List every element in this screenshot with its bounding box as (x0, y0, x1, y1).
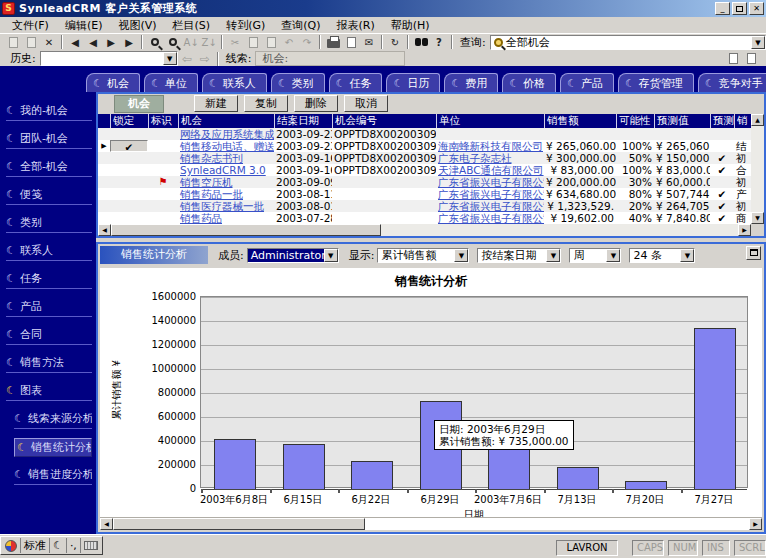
undo-button[interactable]: ↶ (280, 34, 298, 50)
scrollbar-thumb[interactable] (113, 518, 365, 530)
menu-item[interactable]: 帮助(H) (383, 17, 438, 34)
unit-link[interactable]: 广东省振兴电子有限公司 (436, 176, 544, 188)
scroll-up-arrow[interactable]: ▲ (751, 114, 764, 126)
copy-record-button[interactable]: 复制 (244, 95, 288, 112)
column-header[interactable]: 预测 (710, 114, 734, 128)
nav-next-button[interactable]: ▶ (102, 34, 120, 50)
table-row[interactable]: 销售药品2003-07-28广东省振兴电子有限公司¥ 19,602.0040%¥… (98, 212, 751, 224)
tab-10[interactable]: ☾竞争对手 (698, 73, 766, 92)
cut-button[interactable]: ✂ (226, 34, 244, 50)
group-dropdown-arrow[interactable]: ▼ (546, 249, 560, 262)
paste-button[interactable] (262, 34, 280, 50)
column-header[interactable]: 机会编号 (332, 114, 436, 128)
column-header[interactable]: 可能性 (616, 114, 654, 128)
unit-link[interactable] (436, 128, 544, 140)
print-button[interactable] (324, 34, 342, 50)
new-button[interactable] (4, 34, 22, 50)
history-combobox[interactable]: ▼ (40, 51, 178, 66)
opportunity-link[interactable]: 销售医疗器械一批 (178, 200, 274, 212)
minimize-button[interactable]: _ (715, 2, 730, 15)
chart-bar[interactable] (351, 461, 393, 489)
back-button[interactable]: ⇦ (178, 51, 196, 67)
unit-link[interactable]: 海南蜂新科技有限公司 (436, 140, 544, 152)
display-combobox[interactable]: 累计销售额 ▼ (377, 248, 469, 263)
column-header[interactable]: 预测值 (654, 114, 710, 128)
tab-7[interactable]: ☾价格 (502, 73, 556, 92)
unit-link[interactable]: 广东省振兴电子有限公司 (436, 200, 544, 212)
column-header[interactable]: 结案日期 (274, 114, 332, 128)
chart-horizontal-scrollbar[interactable]: ◀ ▶ (100, 517, 762, 530)
ime-mode-button[interactable] (2, 538, 20, 553)
table-row[interactable]: ⚑销售空压机2003-09-09广东省振兴电子有限公司¥ 200,000.003… (98, 176, 751, 188)
column-header[interactable]: 销 (734, 114, 751, 128)
sidebar-item[interactable]: ☾销售方法 (6, 354, 92, 373)
opportunity-link[interactable]: 销售杂志书刊 (178, 152, 274, 164)
period-combobox[interactable]: 周 ▼ (569, 248, 621, 263)
sidebar-item[interactable]: ☾团队-机会 (6, 130, 92, 149)
chart-bar[interactable] (283, 444, 325, 489)
sidebar-item[interactable]: ☾任务 (6, 270, 92, 289)
report-button-2[interactable] (742, 51, 760, 67)
nav-prev-button[interactable]: ◀ (84, 34, 102, 50)
menu-item[interactable]: 转到(G) (218, 17, 273, 34)
group-combobox[interactable]: 按结案日期 ▼ (477, 248, 561, 263)
report-button-1[interactable] (724, 51, 742, 67)
mail-button[interactable]: ✉ (360, 34, 378, 50)
unit-link[interactable]: 广东电子杂志社 (436, 152, 544, 164)
tab-5[interactable]: ☾日历 (386, 73, 440, 92)
opportunity-link[interactable]: SynleadCRM 3.0 (178, 164, 274, 176)
count-dropdown-arrow[interactable]: ▼ (680, 249, 694, 262)
table-row[interactable]: 销售医疗器械一批2003-08-01广东省振兴电子有限公司¥ 1,323,529… (98, 200, 751, 212)
column-header[interactable]: 锁定 (110, 114, 148, 128)
ime-style-button[interactable]: 标准 (20, 538, 49, 553)
member-combobox[interactable]: Administrator ▼ (247, 248, 339, 263)
restore-button[interactable] (732, 2, 747, 15)
table-row[interactable]: 销售杂志书刊2003-09-16OPPTD8X0020030916001广东电子… (98, 152, 751, 164)
filter-search-button[interactable] (164, 34, 182, 50)
tab-9[interactable]: ☾存货管理 (618, 73, 694, 92)
menu-item[interactable]: 查询(Q) (273, 17, 328, 34)
opportunity-link[interactable]: 销售药品 (178, 212, 274, 224)
nav-first-button[interactable]: ◀ (66, 34, 84, 50)
cancel-button[interactable]: 取消 (344, 95, 388, 112)
tab-1[interactable]: ☾单位 (144, 73, 198, 92)
menu-item[interactable]: 报表(R) (329, 17, 383, 34)
find-button[interactable] (412, 34, 430, 50)
sidebar-item[interactable]: ☾合同 (6, 326, 92, 345)
sidebar-item[interactable]: ☾联系人 (6, 242, 92, 261)
sidebar-item[interactable]: ☾销售进度分析 (14, 466, 92, 485)
ime-softkbd-button[interactable] (80, 538, 101, 553)
column-header[interactable] (98, 114, 110, 128)
sidebar-item[interactable]: ☾我的-机会 (6, 102, 92, 121)
table-row[interactable]: SynleadCRM 3.02003-09-16OPPTD8X002003091… (98, 164, 751, 176)
ime-punct-button[interactable]: ·, (66, 538, 80, 553)
opportunity-link[interactable]: 销售移动电话、赠送 (178, 140, 274, 152)
sidebar-item[interactable]: ☾产品 (6, 298, 92, 317)
sidebar-item[interactable]: ☾线索来源分析 (14, 410, 92, 429)
tab-4[interactable]: ☾任务 (329, 73, 383, 92)
sort-asc-button[interactable]: A↓ (182, 34, 200, 50)
context-help-button[interactable]: ? (430, 34, 448, 50)
chart-bar[interactable] (694, 328, 736, 489)
sidebar-item[interactable]: ☾图表 (6, 382, 92, 401)
table-row[interactable]: ▶✔销售移动电话、赠送2003-09-23OPPTD8X002003092300… (98, 140, 751, 152)
copy-button[interactable] (244, 34, 262, 50)
chart-bar[interactable] (557, 467, 599, 489)
scroll-right-arrow[interactable]: ▶ (738, 224, 751, 236)
close-button[interactable]: ✕ (749, 2, 764, 15)
column-header[interactable]: 标识 (148, 114, 178, 128)
sort-desc-button[interactable]: Z↓ (200, 34, 218, 50)
menu-item[interactable]: 文件(F) (4, 17, 57, 34)
search-button[interactable] (146, 34, 164, 50)
opportunity-link[interactable]: 销售空压机 (178, 176, 274, 188)
nav-last-button[interactable]: ▶ (120, 34, 138, 50)
forward-button[interactable]: ⇨ (196, 51, 214, 67)
scroll-down-arrow[interactable]: ▼ (751, 212, 764, 224)
sidebar-item[interactable]: ☾类别 (6, 214, 92, 233)
column-header[interactable]: 单位 (436, 114, 544, 128)
scroll-left-arrow[interactable]: ◀ (100, 518, 113, 530)
scrollbar-thumb[interactable] (111, 224, 381, 236)
refresh-button[interactable]: ↻ (386, 34, 404, 50)
redo-button[interactable]: ↷ (298, 34, 316, 50)
menu-item[interactable]: 视图(V) (110, 17, 164, 34)
